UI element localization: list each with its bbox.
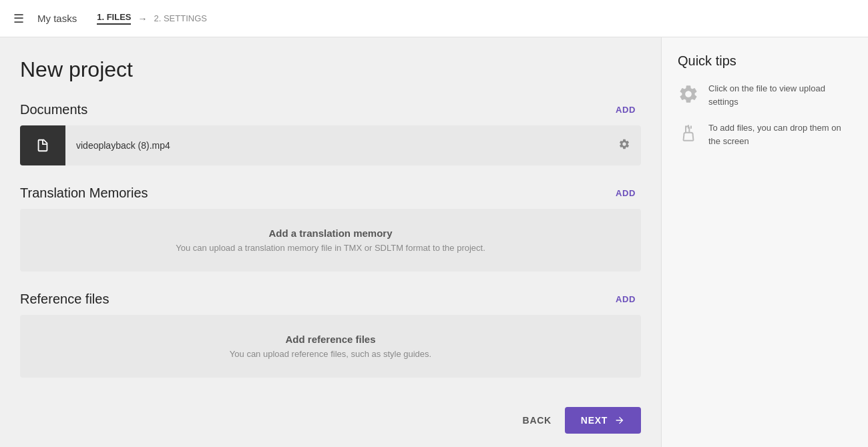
header: ☰ My tasks 1. FILES → 2. SETTINGS: [0, 0, 868, 37]
my-tasks-link[interactable]: My tasks: [37, 13, 77, 24]
reference-files-empty-title: Add reference files: [33, 334, 628, 345]
next-arrow-icon: [614, 415, 625, 426]
page-title: New project: [20, 57, 641, 82]
file-icon: [35, 138, 50, 153]
tip-text-2: To add files, you can drop them on the s…: [708, 121, 852, 147]
reference-files-section: Reference files ADD Add reference files …: [20, 292, 641, 378]
bottom-bar: BACK NEXT: [523, 407, 641, 434]
reference-files-empty-sub: You can upload reference files, such as …: [33, 349, 628, 359]
documents-section-header: Documents ADD: [20, 102, 641, 117]
file-type-icon-box: [20, 125, 65, 165]
translation-memories-empty-title: Add a translation memory: [33, 228, 628, 239]
reference-files-header: Reference files ADD: [20, 292, 641, 307]
tip-hand-icon: [678, 123, 699, 144]
next-button[interactable]: NEXT: [565, 407, 641, 434]
sidebar: Quick tips Click on the file to view upl…: [661, 37, 868, 447]
reference-files-empty-box: Add reference files You can upload refer…: [20, 315, 641, 378]
file-settings-icon[interactable]: [608, 138, 641, 153]
tip-gear-icon: [678, 83, 699, 105]
step-arrow-icon: →: [138, 13, 147, 24]
documents-add-button[interactable]: ADD: [610, 102, 641, 117]
translation-memories-empty-sub: You can upload a translation memory file…: [33, 243, 628, 253]
file-name: videoplayback (8).mp4: [65, 140, 608, 151]
next-button-label: NEXT: [581, 415, 608, 426]
document-file-row[interactable]: videoplayback (8).mp4: [20, 125, 641, 165]
step1-label[interactable]: 1. FILES: [97, 12, 131, 25]
step-indicators: 1. FILES → 2. SETTINGS: [97, 12, 207, 25]
main-content: New project Documents ADD videoplayback …: [0, 37, 661, 447]
menu-icon[interactable]: ☰: [13, 11, 24, 26]
reference-files-add-button[interactable]: ADD: [610, 292, 641, 307]
documents-section: Documents ADD videoplayback (8).mp4: [20, 102, 641, 165]
tip-item-2: To add files, you can drop them on the s…: [678, 121, 852, 147]
translation-memories-title: Translation Memories: [20, 185, 148, 201]
reference-files-title: Reference files: [20, 292, 109, 307]
sidebar-title: Quick tips: [678, 53, 852, 69]
back-button[interactable]: BACK: [523, 415, 552, 426]
translation-memories-header: Translation Memories ADD: [20, 185, 641, 201]
translation-memories-empty-box: Add a translation memory You can upload …: [20, 209, 641, 272]
step2-label[interactable]: 2. SETTINGS: [154, 13, 206, 23]
tip-text-1: Click on the file to view upload setting…: [708, 82, 852, 108]
body-layout: New project Documents ADD videoplayback …: [0, 37, 868, 447]
documents-section-title: Documents: [20, 102, 87, 117]
translation-memories-add-button[interactable]: ADD: [610, 185, 641, 201]
tip-item-1: Click on the file to view upload setting…: [678, 82, 852, 108]
translation-memories-section: Translation Memories ADD Add a translati…: [20, 185, 641, 272]
